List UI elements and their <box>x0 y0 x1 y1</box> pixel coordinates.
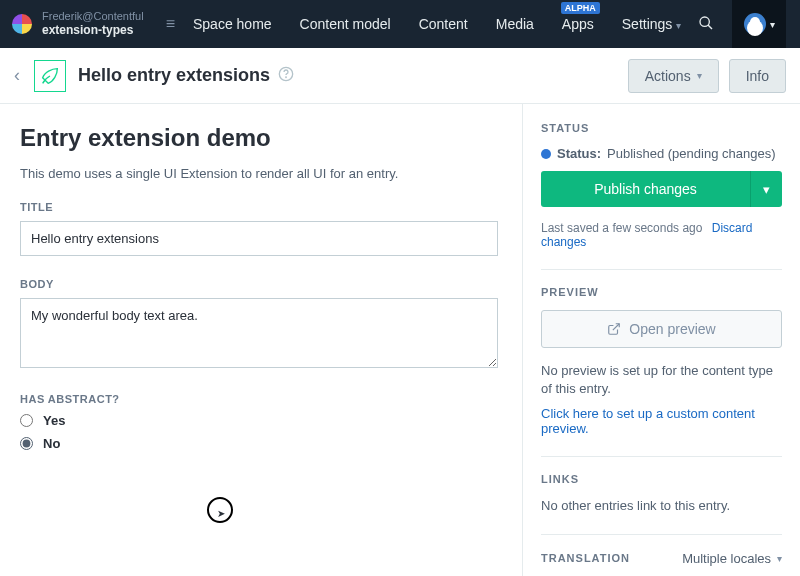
info-button[interactable]: Info <box>729 59 786 93</box>
svg-point-0 <box>700 17 709 26</box>
external-link-icon <box>607 322 621 336</box>
chevron-down-icon: ▾ <box>697 70 702 81</box>
actions-label: Actions <box>645 68 691 84</box>
title-input[interactable] <box>20 221 498 256</box>
main-panel: Entry extension demo This demo uses a si… <box>0 104 522 576</box>
status-heading: STATUS <box>541 122 782 134</box>
avatar <box>744 13 766 35</box>
status-label: Status: <box>557 146 601 161</box>
search-icon[interactable] <box>698 15 714 34</box>
nav-apps-label: Apps <box>562 16 594 32</box>
status-row: Status: Published (pending changes) <box>541 146 782 161</box>
logo-icon[interactable] <box>12 14 32 34</box>
svg-point-3 <box>286 77 287 78</box>
translation-selector[interactable]: Multiple locales ▾ <box>682 551 782 566</box>
translation-heading: TRANSLATION <box>541 552 630 564</box>
svg-line-1 <box>708 25 712 29</box>
last-saved: Last saved a few seconds ago <box>541 221 702 235</box>
nav-content[interactable]: Content <box>419 16 468 32</box>
status-value: Published (pending changes) <box>607 146 775 161</box>
menu-icon[interactable]: ≡ <box>166 15 175 33</box>
preview-heading: PREVIEW <box>541 286 782 298</box>
status-dot-icon <box>541 149 551 159</box>
open-preview-button: Open preview <box>541 310 782 348</box>
radio-yes[interactable] <box>20 414 33 427</box>
nav-settings-label: Settings <box>622 16 673 32</box>
open-preview-label: Open preview <box>629 321 715 337</box>
user-label: Frederik@Contentful <box>42 10 144 23</box>
radio-yes-row[interactable]: Yes <box>20 413 498 428</box>
nav-space-home[interactable]: Space home <box>193 16 272 32</box>
field-label-abstract: HAS ABSTRACT? <box>20 393 498 405</box>
field-label-body: BODY <box>20 278 498 290</box>
translation-value: Multiple locales <box>682 551 771 566</box>
chevron-down-icon: ▾ <box>676 20 681 31</box>
entry-header: ‹ Hello entry extensions Actions ▾ Info <box>0 48 800 104</box>
content-type-icon <box>34 60 66 92</box>
nav-media[interactable]: Media <box>496 16 534 32</box>
cursor-arrow-icon: ➤ <box>217 508 225 519</box>
chevron-down-icon: ▾ <box>777 553 782 564</box>
radio-no-label: No <box>43 436 60 451</box>
nav-settings[interactable]: Settings ▾ <box>622 16 681 32</box>
page-description: This demo uses a single UI Extension to … <box>20 166 498 181</box>
links-message: No other entries link to this entry. <box>541 497 782 515</box>
preview-setup-link[interactable]: Click here to set up a custom content pr… <box>541 406 782 436</box>
radio-yes-label: Yes <box>43 413 65 428</box>
space-selector[interactable]: Frederik@Contentful extension-types <box>42 10 144 38</box>
space-label: extension-types <box>42 23 144 37</box>
publish-button[interactable]: Publish changes <box>541 171 750 207</box>
user-menu[interactable]: ▾ <box>732 0 786 48</box>
top-nav: Space home Content model Content Media A… <box>193 16 681 32</box>
entry-title: Hello entry extensions <box>78 65 270 86</box>
links-heading: LINKS <box>541 473 782 485</box>
help-icon[interactable] <box>278 66 294 85</box>
page-heading: Entry extension demo <box>20 124 498 152</box>
alpha-badge: ALPHA <box>561 2 600 14</box>
nav-apps[interactable]: Apps ALPHA <box>562 16 594 32</box>
chevron-down-icon: ▾ <box>770 19 775 30</box>
topbar: Frederik@Contentful extension-types ≡ Sp… <box>0 0 800 48</box>
svg-line-4 <box>613 324 619 330</box>
publish-dropdown[interactable]: ▾ <box>750 171 782 207</box>
field-label-title: TITLE <box>20 201 498 213</box>
sidebar: STATUS Status: Published (pending change… <box>522 104 800 576</box>
actions-button[interactable]: Actions ▾ <box>628 59 719 93</box>
body-textarea[interactable]: My wonderful body text area. <box>20 298 498 368</box>
back-button[interactable]: ‹ <box>14 65 20 86</box>
nav-content-model[interactable]: Content model <box>300 16 391 32</box>
radio-no[interactable] <box>20 437 33 450</box>
preview-message: No preview is set up for the content typ… <box>541 362 782 398</box>
radio-no-row[interactable]: No <box>20 436 498 451</box>
